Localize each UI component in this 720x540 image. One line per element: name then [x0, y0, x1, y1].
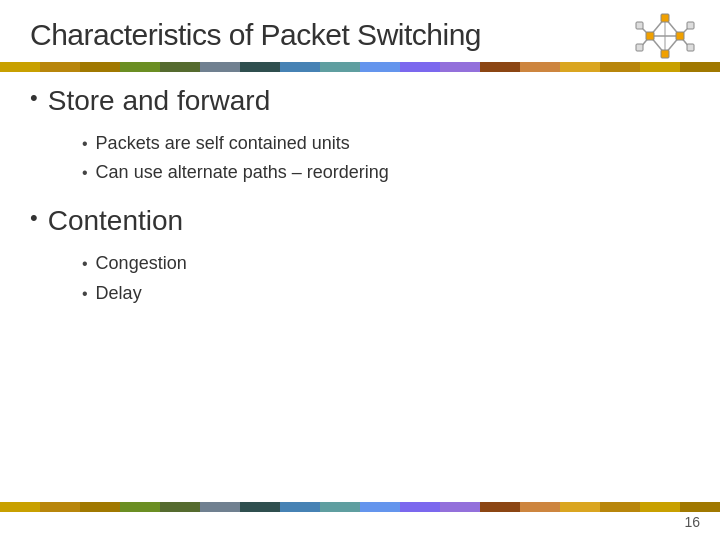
sub-bullets-2: • Congestion • Delay: [82, 251, 690, 305]
sub-bullet-1-2: • Can use alternate paths – reordering: [82, 160, 690, 185]
main-bullet-2-text: Contention: [48, 205, 183, 237]
main-bullet-1-text: Store and forward: [48, 85, 271, 117]
sub-bullet-2-1: • Congestion: [82, 251, 690, 276]
sub-dot-1-1: •: [82, 133, 88, 155]
network-icon: [630, 8, 700, 68]
sub-bullet-1-1: • Packets are self contained units: [82, 131, 690, 156]
svg-rect-16: [636, 44, 643, 51]
svg-rect-15: [687, 22, 694, 29]
bullet-dot-2: •: [30, 207, 38, 229]
svg-rect-12: [676, 32, 684, 40]
slide: Characteristics of Packet Switching: [0, 0, 720, 540]
sub-text-1-1: Packets are self contained units: [96, 131, 350, 156]
main-bullet-2: • Contention: [30, 205, 690, 237]
sub-bullets-1: • Packets are self contained units • Can…: [82, 131, 690, 185]
svg-rect-14: [636, 22, 643, 29]
slide-content: • Store and forward • Packets are self c…: [30, 85, 690, 326]
sub-dot-2-2: •: [82, 283, 88, 305]
page-number: 16: [684, 514, 700, 530]
svg-rect-10: [661, 14, 669, 22]
bullet-dot-1: •: [30, 87, 38, 109]
svg-rect-11: [646, 32, 654, 40]
svg-rect-13: [661, 50, 669, 58]
sub-dot-1-2: •: [82, 162, 88, 184]
sub-text-2-1: Congestion: [96, 251, 187, 276]
sub-text-2-2: Delay: [96, 281, 142, 306]
top-bar: [0, 62, 720, 72]
sub-bullet-2-2: • Delay: [82, 281, 690, 306]
slide-title: Characteristics of Packet Switching: [30, 18, 481, 52]
svg-rect-17: [687, 44, 694, 51]
main-bullet-1: • Store and forward: [30, 85, 690, 117]
sub-dot-2-1: •: [82, 253, 88, 275]
sub-text-1-2: Can use alternate paths – reordering: [96, 160, 389, 185]
bottom-bar: [0, 502, 720, 512]
